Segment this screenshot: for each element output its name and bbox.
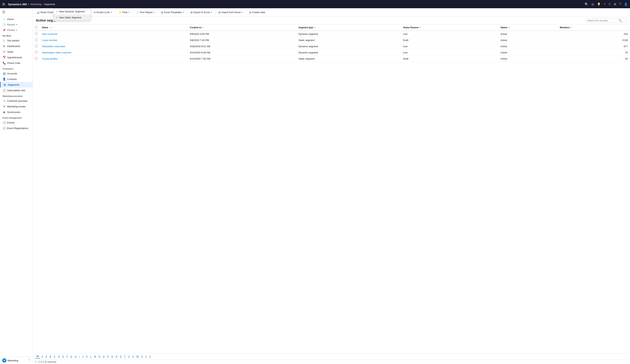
- filter-nav-icon[interactable]: ▽: [608, 2, 611, 6]
- sidebar-item-get-started[interactable]: ▷ Get started: [0, 38, 32, 43]
- row-checkbox[interactable]: [35, 45, 38, 47]
- sidebar-item-phone-calls[interactable]: 📞 Phone Calls: [0, 60, 32, 66]
- sidebar-item-social-posts[interactable]: ◉ Social posts: [0, 109, 32, 115]
- alpha-nav-b[interactable]: B: [48, 355, 52, 359]
- alpha-nav-t[interactable]: T: [123, 355, 126, 359]
- segment-type-filter-icon[interactable]: ▽: [314, 26, 316, 29]
- row-checkbox[interactable]: [35, 57, 38, 59]
- breadcrumb-marketing[interactable]: Marketing: [30, 3, 41, 5]
- alpha-nav-all[interactable]: All: [35, 355, 40, 359]
- flow-chevron-icon[interactable]: ▾: [128, 11, 130, 13]
- email-chevron-icon[interactable]: ▾: [111, 11, 112, 13]
- new-static-segment-item[interactable]: + New Static Segment: [54, 14, 91, 20]
- hamburger-icon[interactable]: ☰: [2, 10, 5, 14]
- sidebar-item-recent[interactable]: 🕐 Recent ▾: [0, 22, 32, 27]
- segment-name-link[interactable]: Washington state customer: [42, 51, 72, 54]
- brand-logo[interactable]: Dynamics 365 ▾: [8, 2, 29, 6]
- export-excel-button[interactable]: ⊞ Export to Excel ▾: [188, 10, 214, 15]
- alpha-nav-i[interactable]: I: [78, 355, 81, 359]
- alpha-nav-k[interactable]: K: [85, 355, 89, 359]
- alpha-nav-s[interactable]: S: [119, 355, 122, 359]
- add-icon[interactable]: +: [604, 2, 606, 6]
- sidebar-item-pinned[interactable]: 📌 Pinned ▾: [0, 27, 32, 33]
- segment-name-link[interactable]: Loyal member: [42, 39, 58, 41]
- sidebar-item-appointments[interactable]: 📅 Appointments: [0, 54, 32, 60]
- create-view-button[interactable]: ⊞ Create view: [247, 10, 267, 15]
- alpha-nav-q[interactable]: Q: [110, 355, 114, 359]
- alpha-nav-d[interactable]: D: [57, 355, 61, 359]
- search-nav-icon[interactable]: 🔍: [584, 2, 588, 6]
- settings-icon[interactable]: ⚙: [614, 2, 616, 6]
- created-on-filter-icon[interactable]: ▽: [202, 26, 204, 29]
- sidebar-item-subscription-lists[interactable]: 📋 Subscription lists: [0, 87, 32, 93]
- email-link-button[interactable]: ✉ Email a Link ▾: [92, 10, 114, 15]
- alpha-nav-a[interactable]: A: [44, 355, 48, 359]
- show-chart-button[interactable]: 📊 Show Chart: [34, 10, 55, 15]
- sidebar-social-label: Social posts: [7, 111, 20, 113]
- alpha-nav-g[interactable]: G: [70, 355, 73, 359]
- alpha-nav-y[interactable]: Y: [144, 355, 148, 359]
- alpha-nav-w[interactable]: W: [136, 355, 140, 359]
- segment-name-link[interactable]: Young families: [42, 57, 58, 60]
- sidebar-item-segments[interactable]: ◎ Segments: [0, 82, 32, 87]
- new-dynamic-segment-item[interactable]: + New Dynamic Segment: [54, 8, 91, 14]
- sidebar-item-home[interactable]: ⌂ Home: [0, 16, 32, 22]
- status-filter-icon[interactable]: ▽: [508, 26, 510, 29]
- sidebar-item-dashboards[interactable]: ⊞ Dashboards: [0, 43, 32, 49]
- sidebar-item-marketing-emails[interactable]: ✉ Marketing emails: [0, 104, 32, 109]
- alpha-nav-h[interactable]: H: [74, 355, 78, 359]
- alpha-nav-x[interactable]: X: [140, 355, 144, 359]
- help-icon[interactable]: ?: [619, 2, 621, 6]
- segment-name-link[interactable]: Newsletter subscriber: [42, 45, 66, 48]
- alpha-nav-o[interactable]: O: [102, 355, 106, 359]
- alpha-nav-f[interactable]: F: [65, 355, 69, 359]
- alpha-nav-m[interactable]: M: [93, 355, 97, 359]
- excel-templates-chevron-icon[interactable]: ▾: [183, 11, 184, 13]
- email-icon: ✉: [94, 11, 96, 14]
- alpha-nav-l[interactable]: L: [89, 355, 92, 359]
- alpha-nav-j[interactable]: J: [81, 355, 84, 359]
- select-all-checkbox[interactable]: [35, 26, 38, 28]
- status-reason-filter-icon[interactable]: ▽: [420, 26, 421, 29]
- run-report-chevron-icon[interactable]: ▾: [154, 11, 154, 13]
- alpha-nav-u[interactable]: U: [127, 355, 131, 359]
- import-chevron-icon[interactable]: ▾: [242, 11, 242, 13]
- row-checkbox[interactable]: [35, 32, 38, 35]
- row-checkbox[interactable]: [35, 38, 38, 41]
- search-input[interactable]: [588, 19, 618, 22]
- import-excel-button[interactable]: ⊞ Import from Excel ▾: [216, 10, 245, 15]
- lightbulb-icon[interactable]: 💡: [597, 2, 601, 6]
- sidebar-item-customer-journeys[interactable]: ↝ Customer journeys: [0, 98, 32, 104]
- alpha-nav-p[interactable]: P: [106, 355, 110, 359]
- alpha-nav-#[interactable]: #: [40, 355, 44, 359]
- row-checkbox[interactable]: [35, 51, 38, 53]
- search-box[interactable]: 🔍: [586, 18, 627, 23]
- sidebar-item-contacts[interactable]: 👤 Contacts: [0, 76, 32, 82]
- flow-button[interactable]: ⚡ Flow ▾: [116, 10, 132, 15]
- members-filter-icon[interactable]: ▽: [570, 26, 572, 29]
- alpha-nav-z[interactable]: Z: [148, 355, 152, 359]
- user-icon[interactable]: 👤: [624, 2, 628, 6]
- run-report-button[interactable]: 📄 Run Report ▾: [134, 10, 156, 15]
- segment-name-link[interactable]: New customer: [42, 32, 58, 35]
- sidebar-footer-chevron[interactable]: ⌃: [28, 359, 30, 362]
- alpha-nav-n[interactable]: N: [98, 355, 102, 359]
- alpha-nav-c[interactable]: C: [53, 355, 56, 359]
- phone-icon: 📞: [2, 61, 6, 64]
- alpha-nav-r[interactable]: R: [114, 355, 118, 359]
- brand-chevron-icon[interactable]: ▾: [28, 3, 29, 5]
- export-chevron-icon[interactable]: ▾: [211, 11, 212, 13]
- sidebar-item-accounts[interactable]: 🏢 Accounts: [0, 71, 32, 76]
- alpha-nav-v[interactable]: V: [131, 355, 135, 359]
- sidebar-item-events[interactable]: ⬜ Events: [0, 120, 32, 125]
- name-filter-icon[interactable]: ▽: [50, 26, 52, 29]
- waffle-icon[interactable]: ⊞: [2, 2, 5, 6]
- alpha-nav-e[interactable]: E: [61, 355, 65, 359]
- name-sort-icon[interactable]: ↑: [49, 26, 50, 29]
- excel-templates-button[interactable]: ⊞ Excel Templates ▾: [159, 10, 186, 15]
- sidebar-item-event-registrations[interactable]: ⬜ Event Registrations: [0, 125, 32, 131]
- sidebar-item-tasks[interactable]: ☑ Tasks: [0, 49, 32, 54]
- created-on-cell: 4/28/2020 8:01 AM: [188, 43, 296, 49]
- target-icon[interactable]: ◎: [592, 2, 594, 6]
- sidebar-toggle[interactable]: ☰: [0, 8, 32, 16]
